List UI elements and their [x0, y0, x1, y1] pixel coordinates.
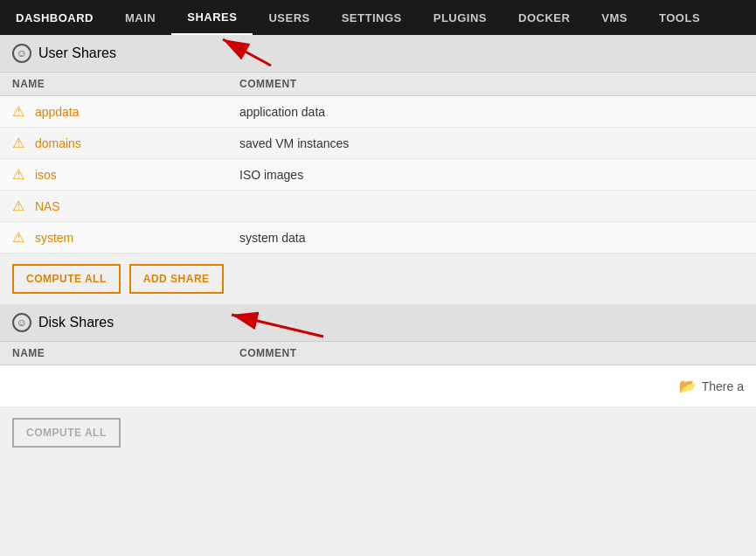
folder-icon: 📂	[679, 378, 697, 394]
share-comment-domains: saved VM instances	[239, 136, 744, 150]
share-link-nas[interactable]: NAS	[35, 199, 60, 213]
disk-shares-empty-row: 📂 There a	[0, 365, 756, 407]
share-link-appdata[interactable]: appdata	[35, 105, 80, 119]
disk-col-name-header: NAME	[12, 347, 239, 359]
disk-shares-empty-text: There a	[702, 379, 744, 393]
share-comment-appdata: application data	[239, 105, 744, 119]
disk-shares-buttons: COMPUTE ALL	[0, 407, 756, 458]
table-row: ⚠ system system data	[0, 222, 756, 254]
user-shares-buttons: COMPUTE ALL ADD SHARE	[0, 254, 756, 304]
share-comment-system: system data	[239, 231, 744, 245]
table-row: ⚠ domains saved VM instances	[0, 128, 756, 159]
warning-icon: ⚠	[12, 136, 24, 150]
disk-shares-header: ☺ Disk Shares	[0, 304, 756, 342]
nav-item-plugins[interactable]: PLUGINS	[418, 0, 503, 35]
warning-icon: ⚠	[12, 167, 24, 182]
share-comment-isos: ISO images	[239, 168, 744, 182]
nav-item-users[interactable]: USERS	[253, 0, 325, 35]
user-shares-icon: ☺	[12, 44, 31, 63]
compute-all-button-disk[interactable]: COMPUTE ALL	[12, 418, 121, 448]
share-link-isos[interactable]: isos	[35, 168, 57, 182]
table-row: ⚠ appdata application data	[0, 96, 756, 128]
user-shares-header: ☺ User Shares	[0, 35, 756, 73]
table-row: ⚠ NAS	[0, 191, 756, 222]
disk-shares-icon: ☺	[12, 313, 31, 332]
warning-icon: ⚠	[12, 198, 24, 213]
nav-item-shares[interactable]: SHARES	[171, 0, 253, 35]
nav-item-vms[interactable]: VMS	[586, 0, 643, 35]
user-shares-table-body: ⚠ appdata application data ⚠ domains sav…	[0, 96, 756, 254]
add-share-button[interactable]: ADD SHARE	[129, 264, 224, 294]
nav-item-dashboard[interactable]: DASHBOARD	[0, 0, 109, 35]
user-shares-title: User Shares	[38, 45, 116, 61]
nav-item-main[interactable]: MAIN	[109, 0, 171, 35]
disk-col-comment-header: COMMENT	[239, 347, 744, 359]
share-link-system[interactable]: system	[35, 231, 73, 245]
col-name-header: NAME	[12, 78, 239, 90]
nav-item-settings[interactable]: SETTINGS	[326, 0, 418, 35]
nav-item-tools[interactable]: TOOLS	[643, 0, 716, 35]
page-content: ☺ User Shares NAME COMMENT ⚠ appdata app…	[0, 35, 756, 458]
warning-icon: ⚠	[12, 230, 24, 245]
col-comment-header: COMMENT	[239, 78, 744, 90]
table-row: ⚠ isos ISO images	[0, 159, 756, 191]
disk-shares-table-header: NAME COMMENT	[0, 342, 756, 365]
disk-shares-title: Disk Shares	[38, 315, 114, 330]
user-shares-table-header: NAME COMMENT	[0, 73, 756, 96]
warning-icon: ⚠	[12, 104, 24, 119]
nav-item-docker[interactable]: DOCKER	[503, 0, 586, 35]
compute-all-button-user[interactable]: COMPUTE ALL	[12, 264, 121, 294]
share-link-domains[interactable]: domains	[35, 136, 81, 150]
disk-shares-section: ☺ Disk Shares NAME COMMENT 📂 There a COM…	[0, 304, 756, 458]
navigation: DASHBOARD MAIN SHARES USERS SETTINGS PLU…	[0, 0, 756, 35]
